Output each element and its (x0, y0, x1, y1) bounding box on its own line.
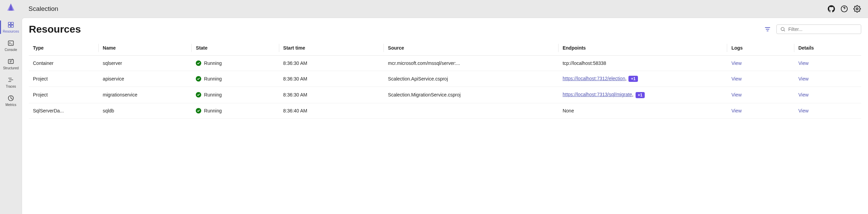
sidebar: Resources Console Structured (0, 0, 22, 214)
settings-icon[interactable] (853, 5, 861, 13)
nav-structured[interactable]: Structured (1, 55, 20, 73)
cell-state: Running (192, 71, 279, 87)
nav-resources[interactable]: Resources (1, 18, 20, 36)
svg-rect-0 (8, 22, 11, 25)
cell-details: View (794, 103, 861, 118)
metrics-icon (7, 94, 15, 102)
logs-view-link[interactable]: View (731, 60, 741, 66)
cell-name: sqldb (99, 103, 192, 118)
table-row[interactable]: ProjectapiserviceRunning8:36:30 AMScalec… (29, 71, 861, 87)
grid-icon (7, 21, 15, 29)
cell-state: Running (192, 103, 279, 118)
state-success-icon (196, 92, 201, 97)
svg-rect-4 (8, 41, 14, 45)
traces-icon (7, 76, 15, 84)
details-view-link[interactable]: View (798, 60, 809, 66)
cell-logs: View (727, 71, 794, 87)
page-actions (763, 24, 861, 34)
cell-source: mcr.microsoft.com/mssql/server:... (384, 56, 559, 71)
svg-rect-2 (8, 25, 11, 28)
cell-details: View (794, 87, 861, 103)
cell-name: migrationservice (99, 87, 192, 103)
svg-rect-3 (11, 25, 14, 28)
state-success-icon (196, 108, 201, 113)
state-text: Running (204, 76, 222, 82)
state-success-icon (196, 60, 201, 66)
nav-label: Console (5, 48, 17, 52)
svg-point-8 (856, 8, 858, 10)
app-title: Scalection (29, 5, 58, 13)
filter-icon[interactable] (763, 24, 772, 34)
search-icon (780, 26, 786, 32)
help-icon[interactable] (840, 5, 848, 13)
col-type[interactable]: Type (29, 40, 99, 56)
page-header: Resources (29, 23, 861, 35)
cell-logs: View (727, 56, 794, 71)
page-title: Resources (29, 23, 81, 35)
structured-icon (7, 58, 15, 65)
cell-endpoints: None (559, 103, 727, 118)
endpoint-link[interactable]: https://localhost:7312/election (563, 76, 625, 81)
endpoint-extra-badge[interactable]: +1 (628, 76, 638, 82)
cell-source: Scalection.MigrationService.csproj (384, 87, 559, 103)
details-view-link[interactable]: View (798, 108, 809, 113)
nav-label: Structured (3, 66, 19, 70)
col-endpoints[interactable]: Endpoints (559, 40, 727, 56)
col-state[interactable]: State (192, 40, 279, 56)
cell-endpoints: tcp://localhost:58338 (559, 56, 727, 71)
endpoint-text: None (563, 108, 574, 113)
details-view-link[interactable]: View (798, 76, 809, 82)
state-text: Running (204, 92, 222, 97)
cell-start: 8:36:40 AM (279, 103, 384, 118)
endpoint-extra-badge[interactable]: +1 (636, 92, 645, 98)
cell-name: sqlserver (99, 56, 192, 71)
cell-details: View (794, 71, 861, 87)
svg-rect-5 (8, 59, 14, 64)
resources-table: Type Name State Start time Source Endpoi… (29, 40, 861, 119)
col-logs[interactable]: Logs (727, 40, 794, 56)
state-text: Running (204, 60, 222, 66)
cell-type: Project (29, 87, 99, 103)
table-row[interactable]: ContainersqlserverRunning8:36:30 AMmcr.m… (29, 56, 861, 71)
logs-view-link[interactable]: View (731, 76, 741, 82)
col-details[interactable]: Details (794, 40, 861, 56)
logs-view-link[interactable]: View (731, 92, 741, 97)
nav-metrics[interactable]: Metrics (1, 92, 20, 109)
endpoint-link[interactable]: https://localhost:7313/sql/migrate (563, 92, 632, 97)
table-row[interactable]: ProjectmigrationserviceRunning8:36:30 AM… (29, 87, 861, 103)
filter-input[interactable] (788, 26, 857, 32)
main-area: Scalection (22, 0, 868, 214)
cell-state: Running (192, 56, 279, 71)
logs-view-link[interactable]: View (731, 108, 741, 113)
cell-source: Scalection.ApiService.csproj (384, 71, 559, 87)
cell-endpoints: https://localhost:7312/election,+1 (559, 71, 727, 87)
cell-source (384, 103, 559, 118)
terminal-icon (7, 39, 15, 47)
nav-traces[interactable]: Traces (1, 73, 20, 91)
cell-endpoints: https://localhost:7313/sql/migrate,+1 (559, 87, 727, 103)
table-header-row: Type Name State Start time Source Endpoi… (29, 40, 861, 56)
col-name[interactable]: Name (99, 40, 192, 56)
cell-type: Project (29, 71, 99, 87)
topbar: Scalection (22, 0, 868, 18)
github-icon[interactable] (827, 5, 835, 13)
state-success-icon (196, 76, 201, 82)
cell-start: 8:36:30 AM (279, 87, 384, 103)
topbar-actions (827, 5, 861, 13)
cell-logs: View (727, 87, 794, 103)
endpoint-text: tcp://localhost:58338 (563, 60, 606, 66)
cell-type: Container (29, 56, 99, 71)
details-view-link[interactable]: View (798, 92, 809, 97)
cell-logs: View (727, 103, 794, 118)
table-row[interactable]: SqlServerDa...sqldbRunning8:36:40 AMNone… (29, 103, 861, 118)
content-panel: Resources (22, 18, 868, 214)
svg-point-9 (781, 28, 784, 31)
col-source[interactable]: Source (384, 40, 559, 56)
cell-details: View (794, 56, 861, 71)
cell-start: 8:36:30 AM (279, 71, 384, 87)
svg-rect-1 (11, 22, 14, 25)
search-box[interactable] (776, 24, 861, 34)
nav-console[interactable]: Console (1, 37, 20, 54)
col-start[interactable]: Start time (279, 40, 384, 56)
nav-label: Traces (6, 85, 16, 88)
